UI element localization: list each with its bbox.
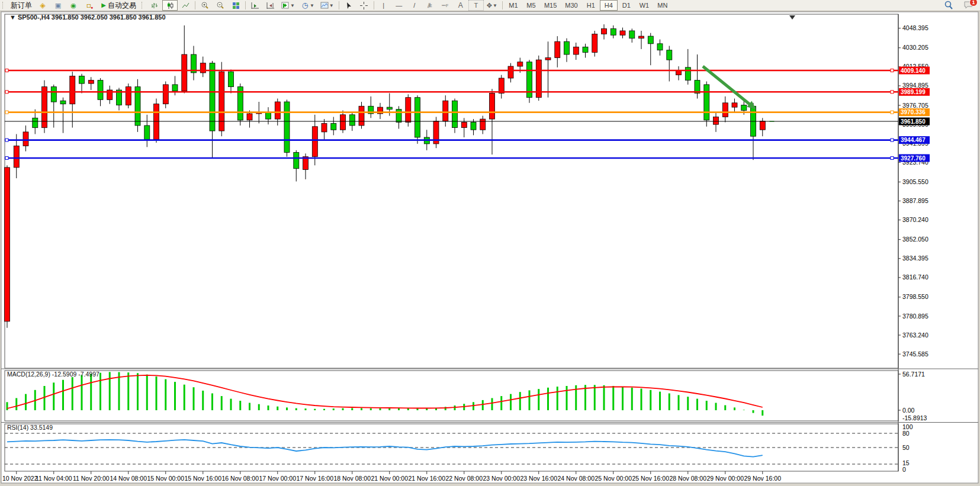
- macd-pane[interactable]: [5, 371, 898, 421]
- candle: [461, 123, 467, 128]
- candle: [648, 36, 653, 44]
- candle: [322, 123, 327, 132]
- date-tick-label: 15 Nov 16:00: [185, 475, 222, 482]
- level-endpoint-marker[interactable]: [5, 157, 8, 160]
- date-tick-label: 25 Nov 16:00: [632, 475, 670, 482]
- equidistant-channel-icon[interactable]: ⫽E: [422, 0, 438, 11]
- timeframe-W1[interactable]: W1: [635, 0, 654, 11]
- main-pane[interactable]: [5, 14, 898, 368]
- timeframe-H1[interactable]: H1: [582, 0, 600, 11]
- text-label-icon[interactable]: T: [468, 0, 484, 11]
- candle: [182, 54, 187, 91]
- play-icon: ▶: [99, 1, 108, 9]
- candle: [23, 132, 28, 146]
- templates-icon[interactable]: ▼: [317, 0, 337, 11]
- search-icon[interactable]: [941, 0, 956, 11]
- level-endpoint-marker[interactable]: [891, 157, 894, 160]
- price-axis-label: 3887.895: [902, 197, 928, 204]
- timeframe-M30[interactable]: M30: [561, 0, 581, 11]
- auto-scroll-icon[interactable]: [248, 0, 263, 11]
- symbol-quote-line: ▼ SP500-,H4 3961.850 3962.050 3961.850 3…: [9, 14, 166, 21]
- level-endpoint-marker[interactable]: [891, 111, 894, 114]
- chart-shift-icon[interactable]: [263, 0, 278, 11]
- date-tick-label: 16 Nov 08:00: [222, 475, 259, 482]
- candle: [79, 76, 85, 83]
- fibonacci-icon[interactable]: ┉F: [438, 0, 453, 11]
- timeframe-MN[interactable]: MN: [653, 0, 671, 11]
- date-tick-label: 24 Nov 08:00: [558, 475, 595, 482]
- chart-canvas[interactable]: ▼ SP500-,H4 3961.850 3962.050 3961.850 3…: [0, 11, 980, 486]
- line-chart-icon[interactable]: [178, 0, 193, 11]
- new-order-button[interactable]: 新订单: [8, 0, 35, 11]
- price-axis-label: 3763.240: [902, 331, 928, 339]
- candle: [210, 63, 215, 131]
- price-axis-label: 4048.395: [902, 24, 928, 31]
- chat-icon[interactable]: 1: [963, 1, 974, 11]
- date-tick-label: 11 Nov 04:00: [36, 475, 72, 482]
- periods-icon[interactable]: ◷ ▼: [298, 0, 317, 11]
- date-tick-label: 23 Nov 16:00: [520, 475, 558, 482]
- level-endpoint-marker[interactable]: [5, 91, 8, 94]
- svg-text:56.7171: 56.7171: [902, 371, 925, 378]
- auto-trading-button[interactable]: ▶ 自动交易: [97, 0, 139, 11]
- svg-text:3944.467: 3944.467: [901, 137, 926, 143]
- cursor-icon[interactable]: [341, 0, 356, 11]
- price-axis-label: 3994.895: [902, 82, 928, 89]
- horizontal-line-icon[interactable]: —: [391, 0, 407, 11]
- level-endpoint-marker[interactable]: [5, 139, 8, 141]
- timeframe-H4[interactable]: H4: [600, 0, 618, 11]
- indicators-icon[interactable]: ▼: [278, 0, 298, 11]
- crosshair-icon[interactable]: [356, 0, 372, 11]
- timeframe-M1[interactable]: M1: [505, 0, 522, 11]
- rsi-label: RSI(14) 33.5149: [7, 424, 53, 431]
- chart-person-icon[interactable]: ▣: [50, 0, 66, 11]
- candle: [312, 127, 317, 157]
- chevron-down-icon: ▼: [329, 3, 334, 8]
- tile-windows-icon[interactable]: [228, 0, 243, 11]
- svg-text:-15.8913: -15.8913: [902, 414, 927, 421]
- candlestick-icon[interactable]: [162, 0, 178, 11]
- price-tag: 3970.336: [899, 108, 930, 116]
- level-endpoint-marker[interactable]: [5, 111, 8, 114]
- zoom-in-icon[interactable]: [197, 0, 213, 11]
- timeframe-D1[interactable]: D1: [618, 0, 635, 11]
- level-endpoint-marker[interactable]: [891, 69, 894, 72]
- candle: [611, 28, 616, 35]
- rsi-axis-label: 50: [902, 444, 910, 451]
- bar-chart-icon[interactable]: [147, 0, 162, 11]
- svg-text:3970.336: 3970.336: [901, 109, 926, 115]
- price-axis-label: 3745.585: [902, 350, 928, 358]
- candle: [714, 117, 719, 125]
- candle: [583, 47, 588, 52]
- svg-text:0.00: 0.00: [902, 407, 915, 414]
- price-axis-label: 3976.705: [902, 102, 928, 109]
- basket-icon[interactable]: ◘ ●: [81, 0, 97, 11]
- macd-label: MACD(12,26,9) -12.5909 -7.4997: [7, 371, 99, 378]
- candle: [387, 107, 392, 110]
- candle: [676, 70, 682, 75]
- chart-region[interactable]: ▼ SP500-,H4 3961.850 3962.050 3961.850 3…: [0, 11, 980, 486]
- level-endpoint-marker[interactable]: [5, 69, 8, 72]
- zoom-out-icon[interactable]: [213, 0, 228, 11]
- timeframe-M5[interactable]: M5: [522, 0, 540, 11]
- yellow-stack-icon[interactable]: ◈: [35, 0, 50, 11]
- candle: [275, 102, 280, 119]
- arrows-icon[interactable]: ✥▼: [484, 0, 500, 11]
- candle: [14, 146, 19, 168]
- vertical-line-icon[interactable]: |: [376, 0, 391, 11]
- candle: [5, 168, 10, 321]
- candle: [629, 31, 635, 38]
- level-endpoint-marker[interactable]: [891, 91, 894, 94]
- candle: [760, 121, 765, 130]
- date-tick-label: 22 Nov 08:00: [446, 475, 483, 482]
- candle: [564, 41, 570, 54]
- level-endpoint-marker[interactable]: [891, 139, 894, 141]
- text-icon[interactable]: A: [453, 0, 468, 11]
- trendline-icon[interactable]: /: [407, 0, 422, 11]
- candle: [490, 94, 495, 120]
- timeframe-M15[interactable]: M15: [540, 0, 561, 11]
- price-axis-label: 3905.550: [902, 178, 928, 185]
- candle: [247, 114, 252, 120]
- green-signal-icon[interactable]: ◉: [66, 0, 81, 11]
- candle: [452, 101, 458, 127]
